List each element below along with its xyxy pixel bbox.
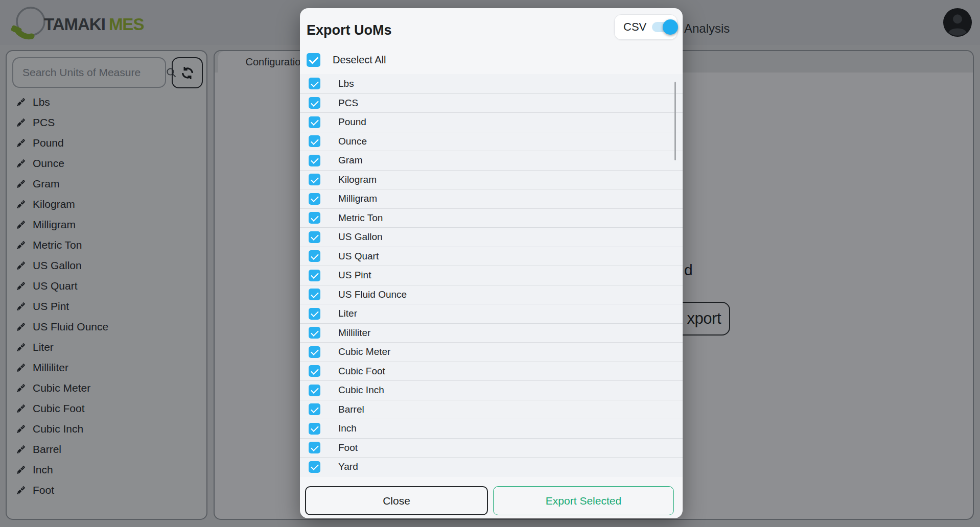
export-uom-row[interactable]: Gram bbox=[300, 151, 683, 170]
uom-row-checkbox[interactable] bbox=[309, 250, 320, 262]
deselect-all-label: Deselect All bbox=[333, 54, 386, 66]
uom-row-checkbox[interactable] bbox=[309, 155, 320, 166]
scrollbar-thumb[interactable] bbox=[674, 82, 676, 160]
uom-row-checkbox[interactable] bbox=[309, 270, 320, 281]
uom-row-label: US Quart bbox=[338, 251, 379, 262]
csv-format-control: CSV bbox=[614, 14, 678, 40]
uom-row-label: Foot bbox=[338, 442, 358, 453]
uom-row-checkbox[interactable] bbox=[309, 346, 320, 358]
uom-row-checkbox[interactable] bbox=[309, 365, 320, 377]
modal-title: Export UoMs bbox=[307, 22, 392, 38]
uom-row-checkbox[interactable] bbox=[309, 78, 320, 89]
uom-row-label: Ounce bbox=[338, 136, 367, 147]
uom-row-label: Cubic Inch bbox=[338, 385, 384, 396]
export-uom-row[interactable]: Kilogram bbox=[300, 170, 683, 189]
uom-row-label: Liter bbox=[338, 308, 357, 319]
uom-row-label: Barrel bbox=[338, 404, 364, 415]
export-uom-row[interactable]: Barrel bbox=[300, 400, 683, 419]
export-uom-row[interactable]: Cubic Meter bbox=[300, 342, 683, 362]
uom-row-checkbox[interactable] bbox=[309, 116, 320, 128]
export-uom-row[interactable]: PCS bbox=[300, 93, 683, 113]
uom-row-checkbox[interactable] bbox=[309, 174, 320, 185]
uom-row-label: US Gallon bbox=[338, 231, 383, 243]
export-uom-row[interactable]: Ounce bbox=[300, 132, 683, 151]
page: TAMAKIMES Analysis bbox=[0, 0, 980, 527]
export-uom-row[interactable]: Foot bbox=[300, 438, 683, 458]
export-uom-row[interactable]: Lbs bbox=[300, 74, 683, 93]
export-uom-row[interactable]: Metric Ton bbox=[300, 208, 683, 228]
uom-row-checkbox[interactable] bbox=[309, 423, 320, 435]
uom-row-label: Cubic Foot bbox=[338, 366, 385, 377]
uom-row-checkbox[interactable] bbox=[309, 289, 320, 300]
uom-row-checkbox[interactable] bbox=[309, 212, 320, 224]
uom-row-checkbox[interactable] bbox=[309, 135, 320, 147]
export-uom-row[interactable]: US Gallon bbox=[300, 227, 683, 247]
close-button[interactable]: Close bbox=[305, 486, 488, 515]
toggle-knob bbox=[663, 19, 678, 35]
uom-row-label: Yard bbox=[338, 461, 358, 472]
export-uom-row[interactable]: Pound bbox=[300, 112, 683, 132]
uom-row-label: Pound bbox=[338, 116, 366, 128]
uom-row-label: Kilogram bbox=[338, 174, 377, 185]
uom-row-label: Cubic Meter bbox=[338, 346, 390, 357]
export-uom-row[interactable]: Cubic Foot bbox=[300, 362, 683, 381]
export-selected-button[interactable]: Export Selected bbox=[493, 486, 674, 515]
uom-row-label: US Fluid Ounce bbox=[338, 289, 407, 300]
uom-row-label: Inch bbox=[338, 423, 357, 434]
uom-row-checkbox[interactable] bbox=[309, 461, 320, 473]
uom-row-checkbox[interactable] bbox=[309, 231, 320, 243]
uom-row-checkbox[interactable] bbox=[309, 97, 320, 109]
csv-toggle[interactable] bbox=[652, 22, 677, 32]
uom-row-label: Milligram bbox=[338, 193, 377, 204]
export-uom-row[interactable]: Milliliter bbox=[300, 323, 683, 343]
uom-row-checkbox[interactable] bbox=[309, 193, 320, 205]
uom-row-label: Lbs bbox=[338, 78, 354, 89]
export-uoms-modal: Export UoMs CSV Deselect All Lbs PCS Pou… bbox=[300, 8, 683, 518]
export-uom-list: Lbs PCS Pound Ounce Gram Kilogram Millig… bbox=[300, 74, 683, 477]
uom-row-label: Gram bbox=[338, 155, 363, 166]
uom-row-checkbox[interactable] bbox=[309, 385, 320, 396]
export-uom-row[interactable]: US Quart bbox=[300, 247, 683, 266]
uom-row-checkbox[interactable] bbox=[309, 403, 320, 415]
uom-row-checkbox[interactable] bbox=[309, 327, 320, 339]
uom-row-checkbox[interactable] bbox=[309, 442, 320, 453]
deselect-all-row[interactable]: Deselect All bbox=[307, 53, 386, 67]
export-uom-row[interactable]: Inch bbox=[300, 419, 683, 438]
uom-row-checkbox[interactable] bbox=[309, 308, 320, 320]
csv-label: CSV bbox=[623, 20, 646, 34]
deselect-all-checkbox[interactable] bbox=[307, 53, 320, 67]
uom-row-label: Metric Ton bbox=[338, 212, 383, 224]
uom-row-label: Milliliter bbox=[338, 327, 370, 339]
export-uom-row[interactable]: Yard bbox=[300, 457, 683, 476]
uom-row-label: US Pint bbox=[338, 270, 371, 281]
export-uom-row[interactable]: Liter bbox=[300, 304, 683, 323]
uom-row-label: PCS bbox=[338, 98, 358, 109]
export-uom-row[interactable]: US Fluid Ounce bbox=[300, 285, 683, 304]
export-uom-row[interactable]: Cubic Inch bbox=[300, 380, 683, 400]
export-uom-row[interactable]: Milligram bbox=[300, 189, 683, 208]
export-uom-row[interactable]: US Pint bbox=[300, 266, 683, 285]
